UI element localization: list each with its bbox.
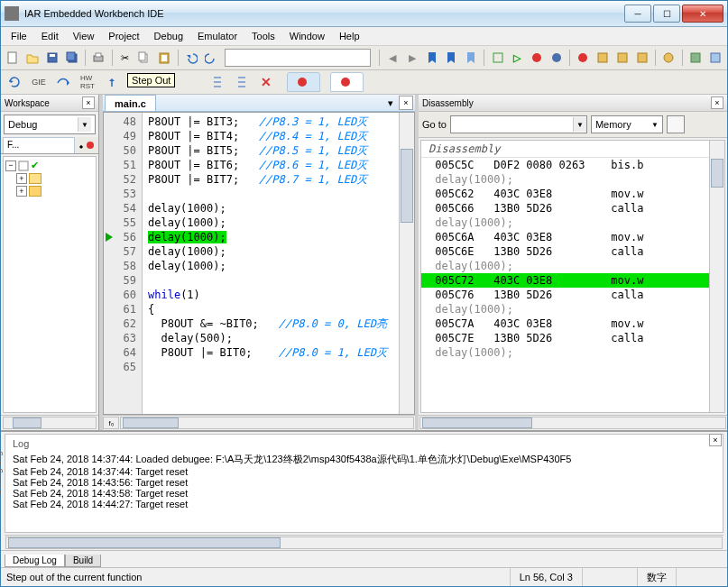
break-icon[interactable]: GIE [28,71,50,93]
go-icon[interactable] [231,71,253,93]
paste-icon[interactable] [155,47,174,69]
file-tab-main-c[interactable]: main.c [105,95,156,111]
tooltip-step-out: Step Out [127,73,175,87]
find-combo[interactable] [225,49,371,67]
debug-icon[interactable] [548,47,567,69]
svg-rect-8 [139,52,145,60]
copy-icon[interactable] [135,47,154,69]
ws-col-icon-2 [86,141,95,150]
tab-dropdown-icon[interactable]: ▾ [384,97,397,109]
stop-build-icon[interactable] [528,47,547,69]
disasm-hscroll[interactable] [419,417,726,429]
chevron-down-icon: ▼ [651,121,659,129]
disassembly-close-icon[interactable]: × [711,96,723,109]
step-over-icon[interactable] [52,71,74,93]
bookmark-next-icon[interactable] [442,47,461,69]
log-hscroll[interactable] [5,537,723,549]
compile-icon[interactable] [488,47,507,69]
minimize-button[interactable]: ─ [624,5,651,23]
titlebar[interactable]: IAR Embedded Workbench IDE ─ ☐ ✕ [1,1,727,27]
expand-icon[interactable]: + [16,173,27,184]
disasm-vscroll[interactable] [709,141,724,412]
memory-select[interactable]: Memory ▼ [591,115,663,133]
tool-a-icon[interactable] [594,47,613,69]
reset-icon[interactable] [4,71,25,93]
open-file-icon[interactable] [23,47,42,69]
step-into-icon[interactable]: HWRST [77,71,98,93]
editor-hscroll[interactable] [120,417,414,429]
menu-view[interactable]: View [67,29,101,43]
editor-vscroll[interactable] [399,113,414,414]
log-side-tab[interactable]: Debug Log [0,451,3,495]
config-dropdown[interactable]: Debug ▼ [4,115,96,134]
print-icon[interactable] [89,47,108,69]
collapse-icon[interactable]: − [5,161,16,171]
menu-help[interactable]: Help [333,29,366,43]
bookmark-prev-icon[interactable] [462,47,481,69]
log-tab-debug-log[interactable]: Debug Log [5,555,65,567]
step-out-icon[interactable] [101,71,123,93]
tree-root[interactable]: − ✔ [5,159,94,172]
project-tree[interactable]: − ✔ + + [3,156,97,413]
tool-f-icon[interactable] [705,47,724,69]
tree-folder-2[interactable]: + [5,185,94,197]
menu-file[interactable]: File [5,29,33,43]
menu-edit[interactable]: Edit [35,29,65,43]
redo-icon[interactable] [201,47,220,69]
nav-fwd-icon[interactable]: ▶ [403,47,422,69]
disassembly-title: Disassembly [422,98,474,108]
editor-panel: main.c ▾ × 48495051525354555657585960616… [103,95,415,430]
code-area[interactable]: P8OUT |= BIT3; //P8.3 = 1, LED灭P8OUT |= … [143,113,399,414]
expand-icon[interactable]: + [16,186,27,197]
debug-tab-1[interactable] [287,72,320,92]
chevron-down-icon: ▼ [573,117,586,132]
tree-folder-1[interactable]: + [5,172,94,185]
debug-tab-2[interactable] [330,72,364,92]
bookmark-toggle-icon[interactable] [422,47,441,69]
svg-rect-11 [493,53,502,62]
toggle-bkpt-icon[interactable] [574,47,593,69]
ws-col-files[interactable]: F... [3,137,75,153]
save-icon[interactable] [42,47,61,69]
run-to-cursor-icon[interactable] [207,71,228,93]
tool-c-icon[interactable] [632,47,651,69]
svg-point-21 [298,78,307,87]
log-row: Sat Feb 24, 2018 14:43:56: Target reset [13,477,715,488]
log-tab-build[interactable]: Build [65,555,101,567]
close-button[interactable]: ✕ [682,5,723,23]
log-close-icon[interactable]: × [709,434,722,446]
editor-bottom-row: f₀ [103,415,415,430]
cut-icon[interactable]: ✂ [115,47,134,69]
editor-close-icon[interactable]: × [399,96,413,110]
nav-back-icon[interactable]: ◀ [383,47,402,69]
maximize-button[interactable]: ☐ [653,5,680,23]
workspace-hscroll[interactable] [3,417,97,429]
new-file-icon[interactable] [4,47,23,69]
workspace-header[interactable]: Workspace × [1,95,98,112]
menu-window[interactable]: Window [283,29,331,43]
svg-rect-19 [691,53,700,62]
undo-icon[interactable] [181,47,200,69]
menu-emulator[interactable]: Emulator [191,29,244,43]
menu-project[interactable]: Project [102,29,145,43]
fold-indicator[interactable]: f₀ [103,417,119,429]
debug-toolbar: GIE HWRST Step Out ✕ [1,70,727,95]
disasm-option-button[interactable] [667,115,685,133]
save-all-icon[interactable] [62,47,81,69]
menu-tools[interactable]: Tools [245,29,281,43]
tool-b-icon[interactable] [613,47,632,69]
stop-debug-icon[interactable]: ✕ [255,71,277,93]
workspace-panel: Workspace × Debug ▼ F... ⬥ − ✔ [1,95,99,430]
menu-debug[interactable]: Debug [148,29,189,43]
disassembly-controls: Go to ▼ Memory ▼ [419,112,727,138]
window-title: IAR Embedded Workbench IDE [24,8,624,19]
disassembly-header[interactable]: Disassembly × [419,95,727,112]
disassembly-listing[interactable]: Disassembly 005C5C D0F2 0080 0263 bis.b … [421,141,709,412]
workspace-close-icon[interactable]: × [82,96,95,109]
make-icon[interactable]: ▷ [508,47,527,69]
goto-combo[interactable]: ▼ [450,115,587,133]
tool-e-icon[interactable] [687,47,705,69]
log-panel: × Log Sat Feb 24, 2018 14:37:44: Loaded … [1,430,727,567]
log-body[interactable]: Log Sat Feb 24, 2018 14:37:44: Loaded de… [5,434,723,533]
tool-d-icon[interactable] [659,47,678,69]
